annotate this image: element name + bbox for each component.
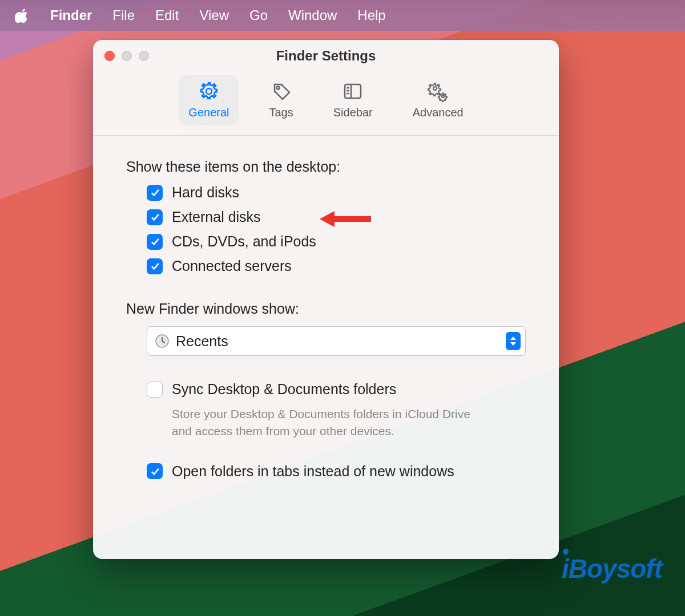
new-windows-popup[interactable]: Recents — [147, 326, 526, 356]
svg-point-8 — [442, 95, 444, 98]
show-on-desktop-title: Show these items on the desktop: — [126, 159, 526, 175]
checkbox-label: Hard disks — [172, 184, 239, 201]
apple-logo-icon[interactable] — [15, 8, 30, 23]
tab-label: General — [188, 106, 229, 119]
traffic-lights — [93, 51, 149, 61]
checkbox-hard-disks[interactable] — [147, 185, 163, 201]
menu-go[interactable]: Go — [249, 7, 268, 23]
popup-value: Recents — [176, 333, 500, 350]
finder-settings-window: Finder Settings General Tags Sidebar — [93, 40, 559, 559]
annotation-arrow-icon — [320, 208, 372, 230]
checkbox-label: External disks — [172, 209, 261, 225]
gears-icon — [426, 80, 449, 103]
tab-label: Tags — [269, 106, 293, 119]
tab-label: Advanced — [413, 106, 464, 119]
svg-point-7 — [433, 87, 437, 90]
sync-description: Store your Desktop & Documents folders i… — [126, 398, 491, 440]
checkbox-label: Open folders in tabs instead of new wind… — [172, 463, 454, 480]
window-title: Finder Settings — [93, 48, 559, 64]
checkbox-sync-desktop-documents[interactable] — [147, 382, 163, 398]
tag-icon — [270, 80, 293, 103]
checkbox-external-disks[interactable] — [147, 209, 163, 225]
tab-label: Sidebar — [333, 106, 373, 119]
checkbox-open-in-tabs[interactable] — [147, 463, 163, 479]
gear-icon — [198, 80, 220, 103]
tab-tags[interactable]: Tags — [260, 75, 303, 125]
window-titlebar[interactable]: Finder Settings — [93, 40, 559, 72]
svg-marker-11 — [320, 211, 335, 227]
svg-point-1 — [276, 87, 279, 90]
close-button[interactable] — [104, 51, 115, 61]
popup-arrows-icon — [506, 332, 521, 350]
checkbox-label: CDs, DVDs, and iPods — [172, 233, 316, 250]
checkbox-open-tabs-row: Open folders in tabs instead of new wind… — [126, 463, 526, 480]
new-windows-title: New Finder windows show: — [126, 301, 526, 317]
menu-window[interactable]: Window — [288, 7, 337, 23]
checkbox-connected-servers-row: Connected servers — [147, 258, 526, 274]
checkbox-hard-disks-row: Hard disks — [147, 184, 526, 201]
macos-menubar: Finder File Edit View Go Window Help — [0, 0, 685, 31]
checkbox-label: Sync Desktop & Documents folders — [172, 381, 396, 398]
menu-help[interactable]: Help — [357, 7, 385, 23]
menu-view[interactable]: View — [199, 7, 229, 23]
menubar-app-name[interactable]: Finder — [50, 7, 92, 23]
zoom-button[interactable] — [139, 51, 149, 61]
checkbox-sync-row: Sync Desktop & Documents folders — [126, 381, 526, 398]
menu-edit[interactable]: Edit — [155, 7, 179, 23]
settings-content: Show these items on the desktop: Hard di… — [93, 136, 559, 491]
sidebar-icon — [341, 80, 364, 103]
tab-sidebar[interactable]: Sidebar — [324, 75, 382, 125]
recents-icon — [154, 333, 170, 349]
minimize-button[interactable] — [122, 51, 132, 61]
checkbox-label: Connected servers — [172, 258, 292, 274]
tab-general[interactable]: General — [179, 75, 238, 125]
tab-advanced[interactable]: Advanced — [404, 75, 473, 125]
watermark: iBoysoft — [562, 553, 662, 584]
checkbox-cds-dvds-ipods[interactable] — [147, 234, 163, 250]
checkbox-connected-servers[interactable] — [147, 258, 163, 274]
svg-point-0 — [206, 88, 212, 94]
menu-file[interactable]: File — [112, 7, 135, 23]
settings-tabbar: General Tags Sidebar Advanced — [93, 72, 559, 136]
checkbox-cds-dvds-ipods-row: CDs, DVDs, and iPods — [147, 233, 526, 250]
